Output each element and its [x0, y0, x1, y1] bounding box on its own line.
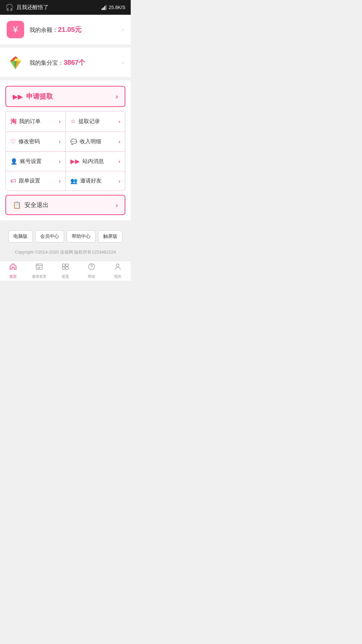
- svg-point-17: [88, 264, 95, 270]
- svg-rect-14: [66, 264, 68, 266]
- footer-links: 电脑版 会员中心 帮助中心 触屏版: [0, 224, 131, 246]
- change-password-arrow: ›: [59, 139, 61, 144]
- balance-chevron: ›: [122, 26, 124, 33]
- order-tracking-arrow: ›: [59, 178, 61, 184]
- menu-grid: 淘 我的订单 › ☆ 提取记录 › ♡ 修改密码 › 💬: [5, 111, 125, 191]
- signal-icon: [102, 5, 107, 10]
- menu-row-4: 🏷 跟单设置 › 👥 邀请好友 ›: [6, 171, 125, 191]
- points-row[interactable]: 我的集分宝：3867个 ›: [0, 48, 131, 77]
- app-title: 且我还醒悟了: [16, 4, 49, 11]
- menu-row-3: 👤 账号设置 › ▶▶ 站内消息 ›: [6, 152, 125, 171]
- withdraw-records-button[interactable]: ☆ 提取记录 ›: [66, 111, 125, 131]
- help-center-button[interactable]: 帮助中心: [67, 230, 96, 243]
- svg-rect-16: [66, 267, 68, 269]
- apply-withdraw-button[interactable]: ▶▶ 申请提取 ›: [5, 86, 125, 107]
- menu-row-1: 淘 我的订单 › ☆ 提取记录 ›: [6, 111, 125, 132]
- nav-browse-label: 逛逛: [62, 274, 69, 279]
- account-settings-label: 账号设置: [20, 158, 56, 165]
- site-messages-button[interactable]: ▶▶ 站内消息 ›: [66, 152, 125, 171]
- invite-icon: [35, 263, 43, 273]
- friends-icon: 👥: [70, 177, 77, 184]
- nav-mine[interactable]: 我的: [105, 261, 131, 281]
- svg-point-18: [91, 268, 92, 269]
- invite-friends-label: 邀请好友: [80, 177, 116, 184]
- logout-chevron: ›: [116, 201, 118, 209]
- income-detail-arrow: ›: [119, 139, 120, 144]
- order-tracking-label: 跟单设置: [19, 177, 56, 184]
- logout-label: 安全退出: [24, 201, 49, 209]
- nav-home[interactable]: 首页: [0, 261, 26, 281]
- income-detail-button[interactable]: 💬 收入明细 ›: [66, 132, 125, 151]
- nav-mine-label: 我的: [114, 274, 121, 279]
- bottom-nav: 首页 邀请有奖 逛逛: [0, 261, 131, 281]
- network-speed: 25.8K/S: [109, 5, 125, 10]
- apply-label: 申请提取: [26, 92, 53, 101]
- points-card: 我的集分宝：3867个 ›: [0, 48, 131, 77]
- nav-home-label: 首页: [9, 274, 17, 279]
- logout-button[interactable]: 📋 安全退出 ›: [5, 195, 125, 215]
- member-center-button[interactable]: 会员中心: [35, 230, 64, 243]
- change-password-button[interactable]: ♡ 修改密码 ›: [6, 132, 66, 151]
- tag-icon: 🏷: [10, 178, 16, 184]
- logout-icon: 📋: [13, 201, 21, 209]
- chat-icon: 💬: [70, 139, 77, 145]
- my-orders-arrow: ›: [59, 119, 61, 124]
- points-value: 3867个: [64, 59, 85, 66]
- account-settings-arrow: ›: [59, 159, 61, 164]
- status-left: 🎧 且我还醒悟了: [5, 3, 49, 11]
- home-icon: [9, 263, 17, 273]
- site-messages-arrow: ›: [119, 159, 120, 164]
- nav-browse[interactable]: 逛逛: [52, 261, 78, 281]
- copyright-text: Copyright ©2014-2020 送福网 版权所有1253462224: [0, 246, 131, 261]
- star-icon: ☆: [70, 118, 76, 125]
- balance-text: 我的余额：21.05元: [29, 25, 122, 34]
- actions-card: ▶▶ 申请提取 › 淘 我的订单 › ☆ 提取记录 ›: [0, 80, 131, 220]
- nav-help[interactable]: 帮助: [78, 261, 105, 281]
- heart-icon: ♡: [10, 138, 16, 145]
- account-settings-button[interactable]: 👤 账号设置 ›: [6, 152, 66, 171]
- points-text: 我的集分宝：3867个: [29, 58, 122, 67]
- svg-rect-15: [62, 267, 65, 269]
- main-content: ¥ 我的余额：21.05元 › 我: [0, 15, 131, 261]
- my-orders-button[interactable]: 淘 我的订单 ›: [6, 111, 66, 131]
- balance-row[interactable]: ¥ 我的余额：21.05元 ›: [0, 15, 131, 44]
- logout-btn-left: 📋 安全退出: [13, 201, 49, 209]
- balance-card: ¥ 我的余额：21.05元 ›: [0, 15, 131, 44]
- withdraw-records-label: 提取记录: [78, 118, 116, 125]
- browse-icon: [61, 263, 69, 273]
- svg-rect-13: [62, 264, 65, 266]
- nav-invite[interactable]: 邀请有奖: [26, 261, 52, 281]
- status-bar: 🎧 且我还醒悟了 25.8K/S: [0, 0, 131, 15]
- broadcast-icon: ▶▶: [70, 158, 80, 165]
- balance-label: 我的余额：: [29, 27, 58, 33]
- person-icon: 👤: [10, 158, 17, 165]
- status-right: 25.8K/S: [102, 5, 125, 10]
- invite-friends-arrow: ›: [119, 178, 120, 184]
- my-orders-label: 我的订单: [19, 118, 56, 125]
- touch-version-button[interactable]: 触屏版: [98, 230, 122, 243]
- headset-icon: 🎧: [5, 3, 14, 11]
- desktop-version-button[interactable]: 电脑版: [8, 230, 33, 243]
- income-detail-label: 收入明细: [80, 138, 116, 145]
- gem-icon: [7, 54, 24, 71]
- help-icon: [87, 263, 96, 273]
- nav-invite-label: 邀请有奖: [32, 274, 47, 279]
- change-password-label: 修改密码: [18, 138, 56, 145]
- invite-friends-button[interactable]: 👥 邀请好友 ›: [66, 171, 125, 191]
- mine-icon: [114, 263, 122, 273]
- withdraw-records-arrow: ›: [119, 119, 120, 124]
- svg-point-19: [116, 264, 119, 267]
- taobao-icon: 淘: [10, 117, 16, 125]
- apply-icon: ▶▶: [13, 93, 23, 101]
- yuan-icon: ¥: [7, 21, 24, 38]
- points-chevron: ›: [122, 59, 124, 66]
- apply-btn-left: ▶▶ 申请提取: [13, 92, 53, 101]
- site-messages-label: 站内消息: [82, 158, 116, 165]
- nav-help-label: 帮助: [88, 274, 95, 279]
- menu-row-2: ♡ 修改密码 › 💬 收入明细 ›: [6, 132, 125, 152]
- points-label: 我的集分宝：: [29, 60, 64, 66]
- balance-value: 21.05元: [58, 26, 81, 33]
- apply-chevron: ›: [116, 93, 118, 100]
- order-tracking-button[interactable]: 🏷 跟单设置 ›: [6, 171, 66, 191]
